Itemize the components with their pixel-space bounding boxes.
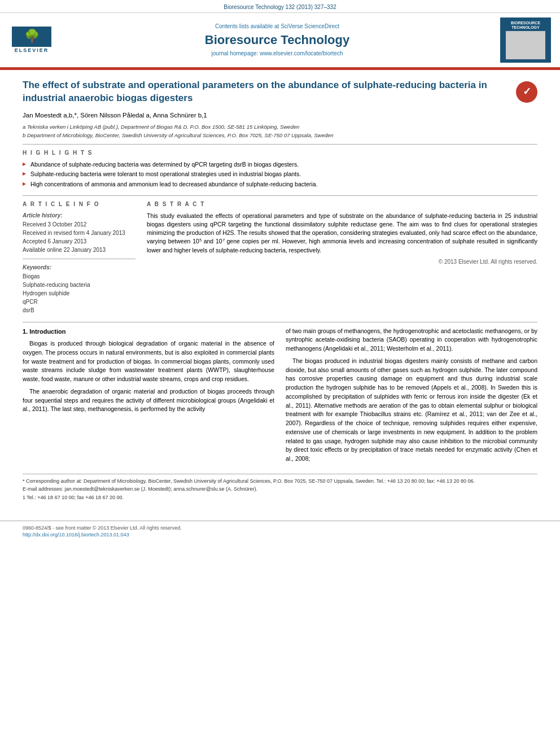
crossmark-icon: ✓ bbox=[523, 85, 531, 99]
logo-image bbox=[506, 31, 545, 59]
divider-1 bbox=[23, 144, 537, 145]
doi-link[interactable]: http://dx.doi.org/10.1016/j.biortech.201… bbox=[23, 532, 129, 538]
affiliation-2: b Department of Microbiology, BioCenter,… bbox=[23, 132, 537, 139]
footnotes-area: * Corresponding author at: Department of… bbox=[23, 474, 537, 501]
highlights-section: H I G H L I G H T S Abundance of sulphat… bbox=[23, 149, 537, 189]
abstract-text: This study evaluated the effects of oper… bbox=[147, 212, 537, 255]
body-two-col: 1. Introduction Biogas is produced throu… bbox=[23, 327, 537, 467]
top-bar: Bioresource Technology 132 (2013) 327–33… bbox=[0, 0, 560, 13]
elsevier-logo: 🌳 ELSEVIER bbox=[9, 27, 54, 54]
authors: Jan Moestedt a,b,*, Sören Nilsson Påleda… bbox=[23, 111, 537, 120]
logo-title: BIORESOURCETECHNOLOGY bbox=[511, 21, 540, 30]
highlights-heading: H I G H L I G H T S bbox=[23, 149, 537, 157]
keyword-1: Biogas bbox=[23, 273, 135, 281]
journal-reference: Bioresource Technology 132 (2013) 327–33… bbox=[224, 4, 336, 10]
divider-keywords bbox=[23, 259, 135, 259]
journal-title-center: Contents lists available at SciVerse Sci… bbox=[60, 23, 495, 58]
bottom-bar: 0960-8524/$ - see front matter © 2013 El… bbox=[0, 521, 560, 542]
body-col-left: 1. Introduction Biogas is produced throu… bbox=[23, 327, 274, 467]
history-item-2: Received in revised form 4 January 2013 bbox=[23, 229, 135, 237]
body-para-1: Biogas is produced through biological de… bbox=[23, 339, 274, 384]
highlight-1: Abundance of sulphate-reducing bacteria … bbox=[23, 160, 537, 169]
highlights-list: Abundance of sulphate-reducing bacteria … bbox=[23, 160, 537, 189]
article-info-col: A R T I C L E I N F O Article history: R… bbox=[23, 200, 135, 315]
keyword-3: Hydrogen sulphide bbox=[23, 290, 135, 298]
divider-2 bbox=[23, 195, 537, 196]
article-info-heading: A R T I C L E I N F O bbox=[23, 200, 135, 208]
sciverse-link[interactable]: SciVerse ScienceDirect bbox=[281, 23, 339, 29]
footnote-3: 1 Tel.: +46 18 67 10 00; fax +46 18 67 2… bbox=[23, 494, 537, 501]
history-title: Article history: bbox=[23, 212, 135, 220]
footnote-2: E-mail addresses: jan.moestedt@tekniskav… bbox=[23, 486, 537, 493]
history-item-3: Accepted 6 January 2013 bbox=[23, 238, 135, 246]
history-item-4: Available online 22 January 2013 bbox=[23, 246, 135, 254]
body-para-4: The biogas produced in industrial biogas… bbox=[286, 357, 537, 464]
history-item-1: Received 3 October 2012 bbox=[23, 221, 135, 229]
body-para-3: of two main groups of methanogens, the h… bbox=[286, 327, 537, 353]
tree-icon: 🌳 bbox=[24, 28, 40, 45]
copyright-line: © 2013 Elsevier Ltd. All rights reserved… bbox=[147, 258, 537, 266]
section-1-heading: 1. Introduction bbox=[23, 327, 274, 337]
article-info-abstract: A R T I C L E I N F O Article history: R… bbox=[23, 200, 537, 315]
journal-main-title: Bioresource Technology bbox=[60, 32, 495, 49]
body-col-right: of two main groups of methanogens, the h… bbox=[286, 327, 537, 467]
article-content: The effect of substrate and operational … bbox=[0, 70, 560, 512]
affiliation-1: a Tekniska verken i Linköping AB (publ.)… bbox=[23, 123, 537, 130]
keyword-2: Sulphate-reducing bacteria bbox=[23, 281, 135, 289]
footnote-1: * Corresponding author at: Department of… bbox=[23, 478, 537, 485]
article-title-block: The effect of substrate and operational … bbox=[23, 79, 537, 105]
keyword-5: dsrB bbox=[23, 307, 135, 314]
page-wrapper: Bioresource Technology 132 (2013) 327–33… bbox=[0, 0, 560, 542]
crossmark-badge: ✓ bbox=[516, 81, 537, 103]
homepage-line: journal homepage: www.elsevier.com/locat… bbox=[60, 50, 495, 58]
abstract-col: A B S T R A C T This study evaluated the… bbox=[147, 200, 537, 315]
journal-logo: BIORESOURCETECHNOLOGY bbox=[500, 18, 551, 63]
body-divider bbox=[23, 322, 537, 322]
bottom-copyright: 0960-8524/$ - see front matter © 2013 El… bbox=[23, 525, 182, 531]
contents-line: Contents lists available at SciVerse Sci… bbox=[60, 23, 495, 30]
article-title: The effect of substrate and operational … bbox=[23, 79, 510, 105]
body-para-2: The anaerobic degradation of organic mat… bbox=[23, 387, 274, 414]
elsevier-box: 🌳 bbox=[12, 27, 51, 47]
abstract-heading: A B S T R A C T bbox=[147, 200, 537, 208]
keywords-title: Keywords: bbox=[23, 264, 135, 272]
elsevier-text: ELSEVIER bbox=[15, 47, 49, 54]
keyword-4: qPCR bbox=[23, 298, 135, 306]
journal-header: 🌳 ELSEVIER Contents lists available at S… bbox=[0, 13, 560, 68]
highlight-3: High concentrations of ammonia and ammon… bbox=[23, 180, 537, 189]
affiliations: a Tekniska verken i Linköping AB (publ.)… bbox=[23, 123, 537, 139]
highlight-2: Sulphate-reducing bacteria were tolerant… bbox=[23, 170, 537, 178]
